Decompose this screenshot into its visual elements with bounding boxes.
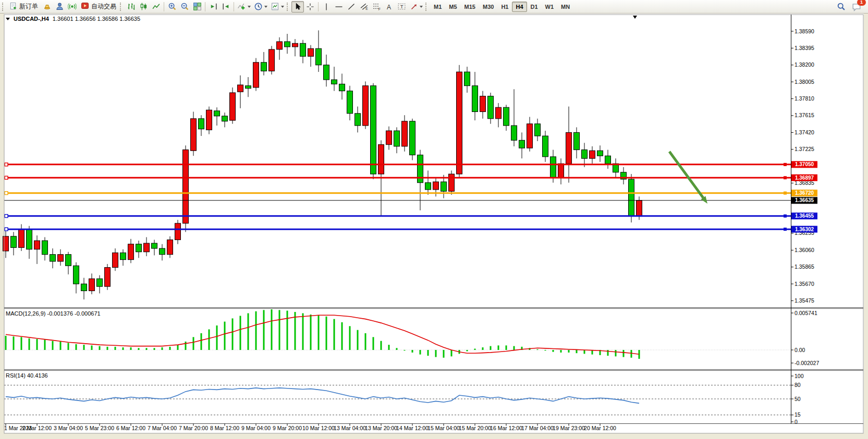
candle-body: [457, 72, 462, 174]
text-tool-icon: A: [385, 3, 393, 11]
price-tick-label: 1.35670: [794, 281, 814, 287]
timeframe-D1[interactable]: D1: [527, 2, 542, 12]
bar-chart-mode-button[interactable]: [125, 1, 137, 12]
crosshair-tool-button[interactable]: [304, 1, 316, 12]
periods-button[interactable]: [252, 1, 269, 12]
time-tick-label: 6 Mar 12:00: [116, 425, 145, 431]
timeframe-M15[interactable]: M15: [461, 2, 479, 12]
candle-body: [324, 65, 329, 80]
time-tick-label: 9 Mar 04:00: [241, 425, 271, 431]
cursor-tool-button[interactable]: [291, 1, 304, 12]
crosshair-icon: [306, 3, 314, 11]
price-tick-label: 1.38200: [794, 61, 814, 68]
timeframe-M5[interactable]: M5: [445, 2, 460, 12]
candle-body: [206, 110, 212, 130]
zoom-out-button[interactable]: [178, 1, 191, 12]
timeframe-M30[interactable]: M30: [479, 2, 497, 12]
line-handle[interactable]: [5, 228, 8, 231]
line-handle[interactable]: [784, 192, 787, 195]
auto-trading-label: 自动交易: [91, 2, 116, 11]
rsi-axis-label: 80: [794, 382, 801, 388]
candle-body: [238, 85, 243, 92]
price-axis-badge-value: 1.36455: [795, 213, 814, 219]
line-chart-mode-button[interactable]: [150, 1, 162, 12]
timeframe-MN[interactable]: MN: [557, 2, 573, 12]
line-handle[interactable]: [5, 192, 8, 195]
profile-button[interactable]: [53, 1, 66, 12]
signal-waves-icon: [68, 2, 77, 11]
toolbar-right-group: 1: [835, 1, 867, 12]
price-axis-badge-value: 1.36897: [795, 175, 814, 181]
trendline-tool-button[interactable]: [345, 1, 358, 12]
auto-trading-button[interactable]: 自动交易: [78, 2, 119, 11]
tile-windows-icon: [193, 2, 202, 11]
templates-button[interactable]: [269, 1, 286, 12]
channel-tool-button[interactable]: E: [358, 1, 370, 12]
candle-body: [394, 131, 400, 146]
timeframe-M1[interactable]: M1: [430, 2, 445, 12]
candle-body: [504, 107, 509, 126]
candle-body: [535, 124, 541, 136]
candle-body: [378, 145, 384, 174]
zoom-in-icon: [168, 2, 177, 11]
svg-text:T: T: [400, 4, 403, 9]
auto-scroll-button[interactable]: [207, 1, 219, 12]
horizontal-line-tool-button[interactable]: [333, 1, 345, 12]
price-tick-label: 1.35475: [794, 297, 814, 304]
candle-body: [42, 241, 48, 255]
candlestick-mode-button[interactable]: [137, 1, 150, 12]
line-handle[interactable]: [784, 163, 787, 166]
line-handle[interactable]: [784, 228, 787, 231]
tile-windows-button[interactable]: [191, 1, 203, 12]
candle-body: [214, 111, 220, 116]
line-handle[interactable]: [5, 176, 8, 179]
text-label-tool-button[interactable]: T: [395, 1, 408, 12]
candle-body: [89, 279, 95, 291]
candle-body: [558, 164, 564, 178]
line-handle[interactable]: [5, 215, 8, 218]
line-handle[interactable]: [784, 215, 787, 218]
timeframe-W1[interactable]: W1: [542, 2, 558, 12]
market-button[interactable]: [41, 1, 53, 12]
chart-shift-button[interactable]: [219, 1, 232, 12]
candle-body: [441, 182, 447, 191]
line-handle[interactable]: [5, 163, 8, 166]
time-tick-label: 3 Mar 04:00: [54, 425, 83, 431]
fibonacci-tool-button[interactable]: F: [370, 1, 383, 12]
toolbar-grip: [425, 3, 428, 11]
clock-icon: [254, 2, 263, 11]
toolbar: 新订单 自动交易: [0, 0, 868, 14]
price-tick-label: 1.38590: [794, 28, 814, 34]
candle-body: [480, 96, 486, 112]
toolbar-separator: [318, 2, 319, 11]
search-button[interactable]: [835, 1, 847, 12]
zoom-in-button[interactable]: [166, 1, 178, 12]
vertical-line-tool-button[interactable]: [320, 1, 333, 12]
new-order-button[interactable]: 新订单: [7, 2, 41, 11]
notifications-button[interactable]: 1: [850, 1, 863, 12]
toolbar-separator: [234, 2, 234, 11]
svg-text:F: F: [378, 7, 380, 11]
text-tool-button[interactable]: A: [383, 1, 395, 12]
price-tick-label: 1.37225: [794, 146, 814, 152]
signals-button[interactable]: [66, 1, 78, 12]
time-tick-label: 7 Mar 04:00: [148, 425, 177, 431]
time-tick-label: 8 Mar 12:00: [210, 425, 239, 431]
candle-body: [637, 200, 642, 217]
time-tick-label: 9 Mar 20:00: [273, 425, 302, 431]
candle-body: [167, 240, 173, 254]
line-handle[interactable]: [784, 176, 787, 179]
arrows-tool-button[interactable]: [408, 1, 424, 12]
candle-body: [105, 268, 111, 287]
candle-body: [269, 49, 275, 71]
chart-canvas[interactable]: 1.385901.383951.382001.380051.378101.376…: [0, 14, 868, 439]
chart-title: USDCAD-,H4 1.36601 1.36656 1.36586 1.366…: [6, 16, 140, 22]
indicators-button[interactable]: [236, 1, 252, 12]
candle-body: [347, 91, 353, 114]
timeframe-H4[interactable]: H4: [512, 2, 527, 12]
timeframe-H1[interactable]: H1: [497, 2, 512, 12]
rsi-axis-label: 50: [794, 396, 801, 402]
candle-body: [433, 182, 439, 190]
collapse-triangle-icon[interactable]: [6, 18, 10, 20]
rsi-axis-label: 100: [794, 373, 804, 379]
